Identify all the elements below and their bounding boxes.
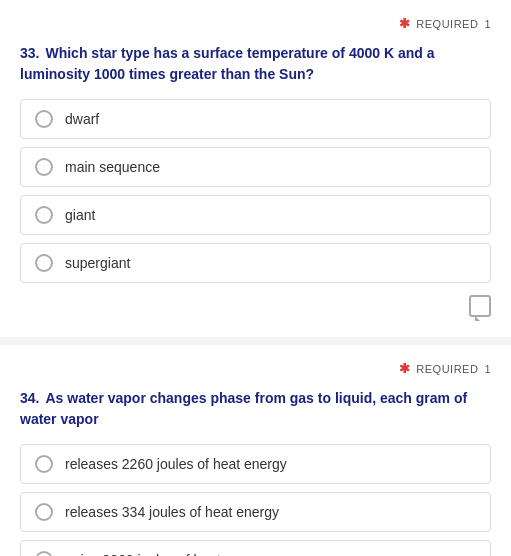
radio-button[interactable] [35, 206, 53, 224]
required-count: 1 [484, 18, 491, 30]
option-item[interactable]: gains 2260 joules of heat energy [20, 540, 491, 556]
option-label: dwarf [65, 111, 99, 127]
radio-button[interactable] [35, 110, 53, 128]
option-item[interactable]: giant [20, 195, 491, 235]
option-item[interactable]: main sequence [20, 147, 491, 187]
radio-button[interactable] [35, 455, 53, 473]
required-bar: ✱REQUIRED1 [20, 361, 491, 376]
option-item[interactable]: supergiant [20, 243, 491, 283]
question-number: 33. [20, 45, 39, 61]
option-label: supergiant [65, 255, 130, 271]
required-star-icon: ✱ [399, 361, 411, 376]
question-number: 34. [20, 390, 39, 406]
required-bar: ✱REQUIRED1 [20, 16, 491, 31]
option-label: releases 2260 joules of heat energy [65, 456, 287, 472]
radio-button[interactable] [35, 254, 53, 272]
options-list: releases 2260 joules of heat energyrelea… [20, 444, 491, 556]
question-block-q33: ✱REQUIRED133.Which star type has a surfa… [0, 0, 511, 337]
radio-button[interactable] [35, 158, 53, 176]
comment-icon[interactable] [469, 295, 491, 317]
required-count: 1 [484, 363, 491, 375]
radio-button[interactable] [35, 551, 53, 556]
option-label: main sequence [65, 159, 160, 175]
question-text: 34.As water vapor changes phase from gas… [20, 388, 491, 430]
options-list: dwarfmain sequencegiantsupergiant [20, 99, 491, 283]
comment-icon-area [20, 295, 491, 317]
option-item[interactable]: releases 2260 joules of heat energy [20, 444, 491, 484]
required-star-icon: ✱ [399, 16, 411, 31]
option-label: giant [65, 207, 95, 223]
option-label: gains 2260 joules of heat energy [65, 552, 267, 556]
option-label: releases 334 joules of heat energy [65, 504, 279, 520]
question-text: 33.Which star type has a surface tempera… [20, 43, 491, 85]
option-item[interactable]: dwarf [20, 99, 491, 139]
radio-button[interactable] [35, 503, 53, 521]
question-block-q34: ✱REQUIRED134.As water vapor changes phas… [0, 345, 511, 556]
required-label: REQUIRED [416, 18, 478, 30]
option-item[interactable]: releases 334 joules of heat energy [20, 492, 491, 532]
required-label: REQUIRED [416, 363, 478, 375]
